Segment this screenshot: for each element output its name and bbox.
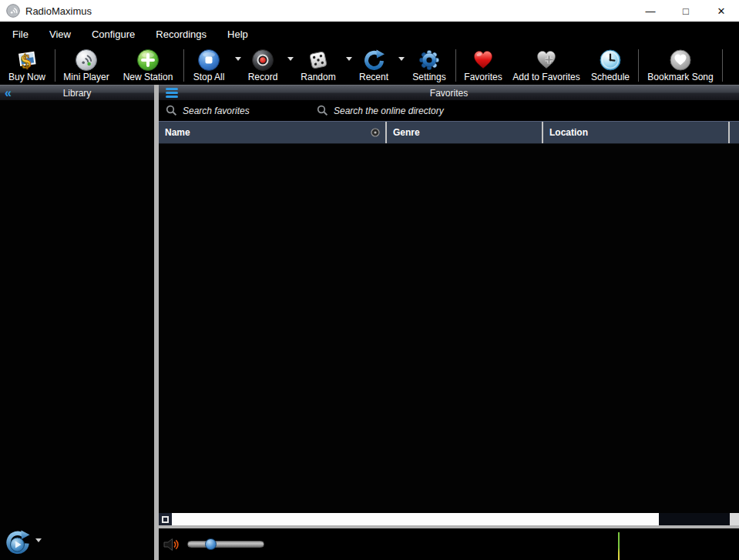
search-favorites-input[interactable] xyxy=(183,106,306,116)
menu-recordings[interactable]: Recordings xyxy=(153,27,210,42)
maximize-button[interactable]: □ xyxy=(668,0,704,22)
random-dropdown-icon[interactable] xyxy=(346,57,352,61)
bookmark-song-icon xyxy=(669,48,692,72)
recent-label: Recent xyxy=(359,72,388,82)
column-name-label: Name xyxy=(165,127,190,138)
new-station-label: New Station xyxy=(123,72,173,82)
library-panel: « Library xyxy=(0,85,154,560)
buy-now-label: Buy Now xyxy=(8,72,45,82)
volume-slider[interactable] xyxy=(187,541,264,548)
favorites-table-header: Name Genre Location xyxy=(159,121,739,144)
add-to-favorites-label: Add to Favorites xyxy=(512,72,579,82)
play-dropdown-icon[interactable] xyxy=(35,538,42,542)
library-panel-title: Library xyxy=(0,88,154,99)
favorites-table-body xyxy=(159,144,739,513)
mini-player-button[interactable]: Mini Player xyxy=(58,47,115,84)
toolbar-separator xyxy=(55,49,55,82)
app-logo-icon xyxy=(6,4,20,18)
schedule-button[interactable]: Schedule xyxy=(585,47,636,84)
toolbar-separator xyxy=(722,49,723,82)
menu-view[interactable]: View xyxy=(46,27,74,42)
add-to-favorites-button[interactable]: Add to Favorites xyxy=(508,47,585,84)
favorites-label: Favorites xyxy=(464,72,502,82)
library-panel-header: « Library xyxy=(0,85,154,100)
column-header-genre[interactable]: Genre xyxy=(387,122,542,143)
speaker-icon[interactable] xyxy=(163,537,181,552)
record-label: Record xyxy=(248,72,278,82)
minimize-button[interactable]: — xyxy=(633,0,668,22)
random-label: Random xyxy=(301,72,335,82)
schedule-label: Schedule xyxy=(591,72,630,82)
recent-dropdown-icon[interactable] xyxy=(398,57,405,61)
scrollbar-left-button[interactable] xyxy=(159,513,172,525)
new-station-button[interactable]: New Station xyxy=(115,47,181,84)
playback-button-group xyxy=(4,530,42,558)
schedule-icon xyxy=(599,48,622,72)
scrollbar-thumb[interactable] xyxy=(172,513,659,525)
column-header-name[interactable]: Name xyxy=(159,122,385,143)
toolbar-separator xyxy=(638,49,639,82)
buy-now-button[interactable]: $ Buy Now xyxy=(2,47,52,84)
toolbar-separator xyxy=(455,49,456,82)
search-favorites-field[interactable] xyxy=(166,105,306,116)
window-controls: — □ ✕ xyxy=(633,0,739,22)
menu-help[interactable]: Help xyxy=(224,27,251,42)
random-icon xyxy=(307,48,330,72)
buy-now-icon: $ xyxy=(15,48,39,72)
favorites-panel-title: Favorites xyxy=(159,88,739,99)
toolbar-separator xyxy=(183,49,184,82)
level-meter-line xyxy=(618,532,620,560)
scrollbar-right-button[interactable] xyxy=(730,513,739,525)
sort-indicator-icon[interactable] xyxy=(371,128,380,137)
column-header-tail xyxy=(730,122,739,143)
bookmark-song-button[interactable]: Bookmark Song xyxy=(641,47,720,84)
scrollbar-track[interactable] xyxy=(659,513,730,525)
library-tree-area xyxy=(0,100,154,531)
radiomaximus-window: RadioMaximus — □ ✕ File View Configure R… xyxy=(0,0,739,560)
search-icon xyxy=(166,105,177,116)
new-station-icon xyxy=(136,48,160,72)
favorites-button[interactable]: Favorites xyxy=(459,47,508,84)
window-title: RadioMaximus xyxy=(25,5,92,17)
bookmark-song-label: Bookmark Song xyxy=(647,72,713,82)
player-bar xyxy=(159,528,739,560)
favorites-icon xyxy=(472,48,495,72)
record-icon xyxy=(251,48,274,72)
collapse-panel-icon[interactable]: « xyxy=(5,88,12,99)
horizontal-scrollbar[interactable] xyxy=(159,513,739,525)
toolbar: $ Buy Now Mini Player xyxy=(0,46,739,85)
record-button[interactable]: Record xyxy=(242,47,294,84)
close-button[interactable]: ✕ xyxy=(704,0,739,22)
favorites-panel: Favorites Name xyxy=(159,85,739,560)
title-bar: RadioMaximus — □ ✕ xyxy=(0,0,739,22)
mini-player-label: Mini Player xyxy=(63,72,109,82)
recent-icon xyxy=(362,48,386,72)
settings-label: Settings xyxy=(412,72,445,82)
play-recent-button[interactable] xyxy=(4,530,33,558)
search-directory-input[interactable] xyxy=(334,106,503,116)
column-location-label: Location xyxy=(549,127,588,138)
stop-all-icon xyxy=(197,48,220,72)
mini-player-icon xyxy=(75,48,98,72)
stop-all-label: Stop All xyxy=(193,72,225,82)
scrollbar-square-icon xyxy=(162,516,169,523)
menu-configure[interactable]: Configure xyxy=(89,27,138,42)
favorites-panel-header: Favorites xyxy=(159,85,739,100)
menu-bar: File View Configure Recordings Help xyxy=(0,22,739,46)
favorites-menu-icon[interactable] xyxy=(166,88,178,98)
search-directory-field[interactable] xyxy=(317,105,503,116)
stop-all-dropdown-icon[interactable] xyxy=(235,57,241,61)
column-genre-label: Genre xyxy=(393,127,420,138)
recent-button[interactable]: Recent xyxy=(353,47,405,84)
random-button[interactable]: Random xyxy=(294,47,353,84)
add-to-favorites-icon xyxy=(535,48,558,72)
stop-all-button[interactable]: Stop All xyxy=(186,47,242,84)
volume-slider-thumb[interactable] xyxy=(205,538,217,550)
record-dropdown-icon[interactable] xyxy=(287,57,294,61)
column-header-location[interactable]: Location xyxy=(543,122,728,143)
menu-file[interactable]: File xyxy=(9,27,32,42)
settings-icon xyxy=(418,48,441,72)
search-row xyxy=(159,100,739,121)
settings-button[interactable]: Settings xyxy=(405,47,453,84)
search-icon xyxy=(317,105,328,116)
